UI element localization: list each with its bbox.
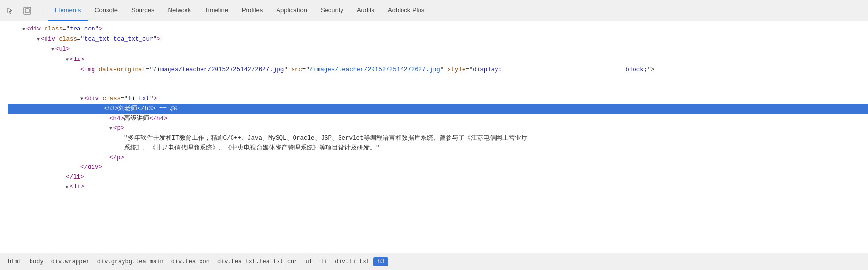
code-line-img[interactable]: <img data-original="/images/teacher/2015…: [8, 65, 868, 94]
toolbar-icons: [4, 4, 34, 17]
code-area[interactable]: <div class="tea_con" > <div class="tea_t…: [0, 24, 868, 250]
code-line-li[interactable]: <li>: [8, 55, 868, 65]
code-line-h4[interactable]: <h4>高级讲师</h4>: [8, 114, 868, 123]
code-line-tea-con[interactable]: <div class="tea_con" >: [8, 24, 868, 34]
triangle-ul[interactable]: [51, 45, 54, 55]
code-line-close-div[interactable]: </div>: [8, 163, 868, 172]
svg-rect-0: [24, 7, 31, 14]
tab-list: Elements Console Sources Network Timelin…: [48, 0, 431, 21]
breadcrumb-div-li-txt[interactable]: div.li_txt: [331, 257, 373, 266]
svg-rect-1: [25, 9, 29, 13]
devtools-body: <div class="tea_con" > <div class="tea_t…: [0, 21, 868, 253]
breadcrumb-div-tea-con[interactable]: div.tea_con: [168, 257, 214, 266]
code-line-li-collapsed[interactable]: <li>: [8, 182, 868, 192]
devtools-toolbar: Elements Console Sources Network Timelin…: [0, 0, 868, 21]
triangle-tea-con[interactable]: [22, 25, 25, 34]
tab-adblock[interactable]: Adblock Plus: [381, 0, 431, 21]
triangle-li[interactable]: [66, 55, 69, 65]
triangle-p[interactable]: [109, 124, 112, 134]
code-line-li-txt[interactable]: <div class="li_txt" >: [8, 94, 868, 104]
triangle-li-collapsed[interactable]: [66, 182, 69, 192]
cursor-icon-button[interactable]: [4, 4, 17, 17]
code-line-h3-selected[interactable]: .. <h3>刘老师</h3> == $0: [8, 104, 868, 114]
eq-s0-label: == $0: [159, 104, 178, 114]
tab-sources[interactable]: Sources: [124, 0, 161, 21]
code-line-ul[interactable]: <ul>: [8, 45, 868, 55]
breadcrumb-div-graybg[interactable]: div.graybg.tea_main: [93, 257, 168, 266]
tab-console[interactable]: Console: [88, 0, 124, 21]
breadcrumb-bar: html body div.wrapper div.graybg.tea_mai…: [0, 253, 868, 270]
breadcrumb-div-tea-txt[interactable]: div.tea_txt.tea_txt_cur: [214, 257, 302, 266]
triangle-tea-txt[interactable]: [37, 35, 40, 45]
tab-audits[interactable]: Audits: [350, 0, 381, 21]
breadcrumb-li[interactable]: li: [316, 257, 331, 266]
code-line-p-text2: 系统》、《甘肃电信代理商系统》、《中央电视台媒体资产管理系统》等项目设计及研发。…: [8, 143, 868, 153]
tab-elements[interactable]: Elements: [48, 0, 88, 21]
code-line-close-li[interactable]: </li>: [8, 172, 868, 182]
breadcrumb-h3[interactable]: h3: [373, 257, 388, 266]
selection-marker: ..: [8, 104, 15, 114]
tab-network[interactable]: Network: [161, 0, 198, 21]
code-line-close-p[interactable]: </p>: [8, 153, 868, 163]
inspect-icon-button[interactable]: [20, 4, 34, 17]
triangle-li-txt[interactable]: [80, 94, 83, 104]
breadcrumb-body[interactable]: body: [26, 257, 47, 266]
toolbar-divider: [44, 5, 44, 16]
cursor-svg-icon: [7, 7, 15, 15]
breadcrumb-ul[interactable]: ul: [302, 257, 316, 266]
code-line-p-text1: "多年软件开发和IT教育工作，精通C/C++、Java、MySQL、Oracle…: [8, 134, 868, 143]
tab-application[interactable]: Application: [269, 0, 314, 21]
code-line-p[interactable]: <p>: [8, 123, 868, 134]
code-line-tea-txt[interactable]: <div class="tea_txt tea_txt_cur" >: [8, 34, 868, 45]
tab-security[interactable]: Security: [314, 0, 350, 21]
tab-profiles[interactable]: Profiles: [235, 0, 269, 21]
breadcrumb-div-wrapper[interactable]: div.wrapper: [47, 257, 93, 266]
inspect-svg-icon: [23, 7, 31, 15]
breadcrumb-html[interactable]: html: [4, 257, 26, 266]
tab-timeline[interactable]: Timeline: [198, 0, 235, 21]
